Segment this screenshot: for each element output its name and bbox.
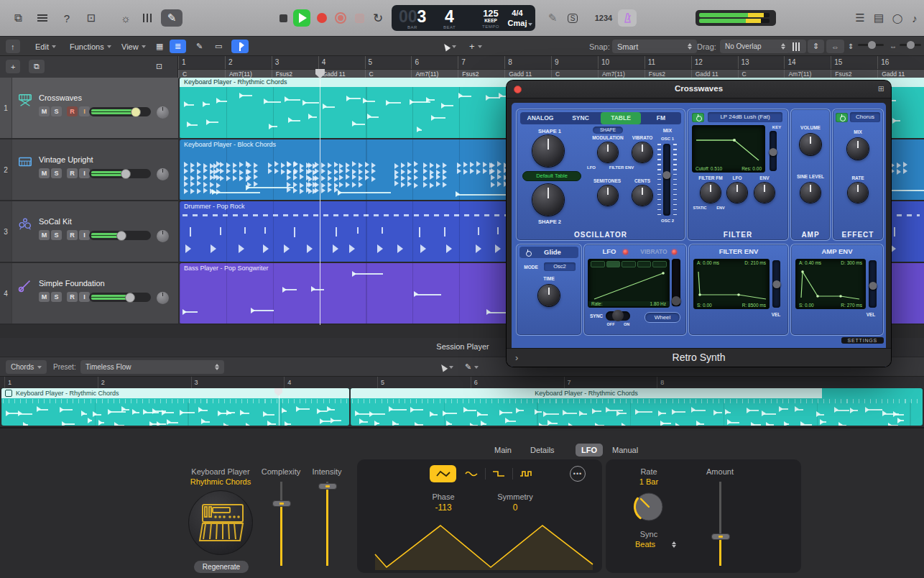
- note-pads-icon[interactable]: ▤: [869, 9, 888, 27]
- ruler-bar[interactable]: 7: [458, 56, 504, 69]
- glue-tool-icon[interactable]: ✎: [191, 40, 208, 53]
- session-pointer-tool[interactable]: [435, 360, 458, 374]
- track-m-button[interactable]: M: [39, 106, 50, 116]
- volume-handle[interactable]: [125, 293, 135, 303]
- track-header-vintage-upright[interactable]: 2Vintage UprightMSRI: [0, 139, 178, 201]
- secondary-tool-menu[interactable]: +: [464, 40, 487, 53]
- player-avatar[interactable]: [188, 490, 253, 555]
- track-s-button[interactable]: S: [51, 168, 62, 178]
- filter-lfo-knob[interactable]: [727, 183, 747, 203]
- media-browser-icon[interactable]: ♪: [905, 9, 924, 27]
- track-name[interactable]: Crosswaves: [39, 93, 82, 102]
- pointer-tool-menu[interactable]: [438, 40, 461, 53]
- grid-view-icon[interactable]: ▦: [151, 40, 168, 53]
- session-ruler-bar[interactable]: 5: [377, 377, 471, 388]
- volume-handle[interactable]: [121, 169, 131, 179]
- osc-tab-sync[interactable]: SYNC: [560, 112, 601, 124]
- plugin-title-bar[interactable]: Crosswaves ⊞: [507, 81, 891, 98]
- osc-tab-table[interactable]: TABLE: [601, 112, 641, 124]
- volume-handle[interactable]: [131, 107, 141, 117]
- track-header-simple-foundation[interactable]: 4Simple FoundationMSRI: [0, 263, 178, 325]
- track-header-crosswaves[interactable]: 1CrosswavesMSRI: [0, 78, 178, 139]
- drag-select[interactable]: No Overlap: [720, 40, 790, 53]
- amp-env-vel-slider[interactable]: [869, 260, 877, 308]
- session-region[interactable]: Keyboard Player - Rhythmic Chords: [1, 388, 349, 426]
- volume-slider[interactable]: [89, 231, 151, 240]
- edit-menu[interactable]: Edit: [30, 40, 61, 53]
- ruler-bar[interactable]: 3: [272, 56, 318, 69]
- preset-select[interactable]: Timeless Flow: [80, 360, 224, 374]
- vibrato-knob[interactable]: [632, 142, 652, 162]
- track-r-button[interactable]: R: [67, 106, 78, 116]
- track-header-socal-kit[interactable]: 3SoCal KitMSRI: [0, 201, 178, 263]
- play-button[interactable]: [293, 9, 310, 27]
- lfo-wave-pulse-button[interactable]: [515, 465, 537, 482]
- intensity-fader[interactable]: [326, 482, 328, 566]
- glide-time-knob[interactable]: [538, 285, 560, 306]
- editor-tab-main[interactable]: Main: [489, 444, 517, 457]
- track-m-button[interactable]: M: [39, 230, 50, 240]
- sync-value[interactable]: Beats: [613, 540, 678, 549]
- ruler-bar[interactable]: 2: [225, 56, 272, 69]
- filter-env-knob[interactable]: [754, 183, 775, 203]
- ruler-bar[interactable]: 8: [504, 56, 551, 69]
- rate-knob[interactable]: [633, 491, 665, 523]
- effect-power-button[interactable]: [836, 113, 848, 122]
- pan-knob[interactable]: [157, 106, 169, 119]
- ruler-bar[interactable]: 11: [645, 56, 691, 69]
- track-s-button[interactable]: S: [51, 106, 62, 116]
- loop-browser-icon[interactable]: ◯: [888, 9, 907, 27]
- track-i-button[interactable]: I: [79, 230, 90, 240]
- volume-slider[interactable]: [89, 293, 151, 302]
- flex-icon[interactable]: [231, 40, 249, 53]
- filter-env-display[interactable]: A: 0.00 ms D: 210 ms S: 0.00 R: 8500 ms: [693, 259, 770, 309]
- amount-fader[interactable]: [719, 482, 721, 566]
- lfo-options-button[interactable]: •••: [570, 466, 586, 482]
- dim-icon[interactable]: ☼: [116, 9, 135, 27]
- track-i-button[interactable]: I: [79, 292, 90, 302]
- rate-value[interactable]: 1 Bar: [620, 477, 678, 486]
- lfo-wave-square-button[interactable]: [637, 261, 652, 267]
- settings-button[interactable]: SETTINGS: [841, 337, 884, 344]
- stop-button[interactable]: [274, 9, 292, 27]
- track-s-button[interactable]: S: [51, 230, 62, 240]
- filter-display[interactable]: Cutoff: 0.510 Res: 0.00: [692, 125, 765, 173]
- wavetable-display[interactable]: Default Table: [522, 171, 581, 181]
- effect-mix-knob[interactable]: [847, 138, 869, 160]
- horizontal-zoom-icon[interactable]: ⇔: [826, 40, 844, 53]
- pencil-tool-icon[interactable]: ✎: [543, 9, 562, 27]
- vertical-zoom-slider[interactable]: [858, 44, 884, 46]
- track-name[interactable]: Simple Foundation: [39, 279, 105, 288]
- ruler-bar[interactable]: 4: [318, 56, 365, 69]
- inbox-icon[interactable]: ⊡: [82, 9, 101, 27]
- track-name[interactable]: Vintage Upright: [39, 155, 93, 164]
- filter-env-vel-slider[interactable]: [772, 260, 780, 308]
- session-region[interactable]: Keyboard Player - Rhythmic Chords: [351, 388, 923, 426]
- track-i-button[interactable]: I: [79, 106, 90, 116]
- ruler-bar[interactable]: 12: [691, 56, 738, 69]
- lfo-wave-sine-button[interactable]: [461, 465, 482, 482]
- vibrato-tab-label[interactable]: VIBRATO: [637, 248, 670, 255]
- shape1-knob[interactable]: [532, 135, 564, 167]
- editor-tab-details[interactable]: Details: [525, 444, 560, 457]
- pan-knob[interactable]: [157, 292, 169, 304]
- ruler-bar[interactable]: 16: [877, 56, 924, 69]
- session-ruler-bar[interactable]: 4: [284, 377, 377, 388]
- cents-knob[interactable]: [632, 185, 652, 206]
- shape-mod-knob[interactable]: [598, 142, 618, 162]
- effect-rate-knob[interactable]: [848, 183, 868, 203]
- metronome-icon[interactable]: [618, 9, 637, 27]
- list-editors-icon[interactable]: ☰: [851, 9, 869, 27]
- lfo-wave-triangle-button[interactable]: [430, 465, 456, 482]
- lfo-wave-triangle-button[interactable]: [622, 261, 636, 267]
- count-in-button[interactable]: 1234: [591, 9, 616, 27]
- ruler-bar[interactable]: 10: [598, 56, 645, 69]
- volume-knob[interactable]: [800, 134, 821, 155]
- track-r-button[interactable]: R: [67, 168, 78, 178]
- pan-knob[interactable]: [157, 230, 169, 242]
- back-arrow-button[interactable]: ↑: [6, 40, 20, 53]
- smart-controls-icon[interactable]: [138, 9, 157, 27]
- marquee-tool-icon[interactable]: ▭: [210, 40, 227, 53]
- lfo-wave-square-button[interactable]: [488, 465, 509, 482]
- ruler-bar[interactable]: 15: [831, 56, 877, 69]
